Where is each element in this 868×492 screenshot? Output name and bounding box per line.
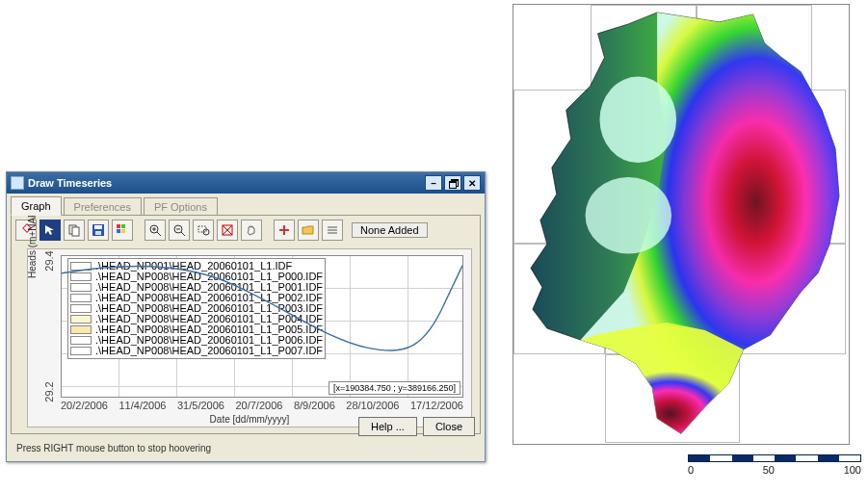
app-icon: [11, 176, 24, 190]
folder-icon: [302, 223, 315, 237]
svg-rect-4: [94, 225, 102, 229]
x-tick: 17/12/2006: [410, 400, 463, 411]
x-tick: 20/2/2006: [61, 400, 108, 411]
x-tick: 28/10/2006: [346, 400, 399, 411]
floppy-icon: [92, 223, 105, 237]
toolbar-status: None Added: [352, 222, 428, 238]
tool-save[interactable]: [88, 220, 109, 241]
map-frame[interactable]: [513, 4, 850, 445]
restore-icon: [449, 179, 458, 187]
close-window-button[interactable]: ✕: [463, 175, 481, 191]
x-tick: 11/4/2006: [118, 400, 166, 411]
restore-button[interactable]: [444, 175, 461, 191]
tool-pan[interactable]: [241, 220, 262, 241]
tool-zoom-box[interactable]: [193, 220, 214, 241]
x-ticks: 20/2/200611/4/200631/5/200620/7/20068/9/…: [61, 400, 463, 411]
close-button[interactable]: Close: [423, 417, 475, 436]
svg-line-11: [157, 232, 161, 236]
tool-copy[interactable]: [64, 220, 85, 241]
palette-icon: [116, 223, 129, 237]
tool-add[interactable]: [274, 220, 295, 241]
y-tick: 29.2: [42, 381, 54, 401]
y-tick: 29.4: [42, 250, 54, 271]
scalebar-tick: 50: [763, 464, 775, 476]
coord-readout: [x=190384.750 ; y=389166.250]: [329, 381, 460, 395]
x-tick: 8/9/2006: [294, 400, 335, 411]
plus-icon: [277, 223, 291, 237]
svg-point-28: [586, 177, 671, 254]
hand-icon: [245, 223, 258, 237]
svg-rect-6: [117, 224, 120, 228]
scalebar-bar: [688, 454, 861, 462]
tool-zoom-out[interactable]: [169, 220, 190, 241]
svg-rect-8: [117, 229, 120, 233]
series-line: [62, 256, 462, 371]
line-path: [62, 266, 462, 350]
y-axis-label: Heads (m+NAP): [27, 208, 38, 278]
help-button[interactable]: Help ...: [358, 417, 417, 436]
svg-rect-7: [121, 224, 125, 228]
plot-canvas[interactable]: .\HEAD_NP001\HEAD_20060101_L1.IDF.\HEAD_…: [61, 255, 463, 398]
tab-graph[interactable]: Graph: [11, 196, 62, 216]
tool-palette[interactable]: [112, 220, 133, 241]
minimize-button[interactable]: –: [425, 175, 442, 191]
window-title: Draw Timeseries: [28, 177, 112, 189]
cursor-icon: [43, 223, 57, 237]
copy-icon: [67, 223, 81, 237]
chart-area: Heads (m+NAP) 29.4 29.2 .\HEAD_NP001\HEA…: [27, 248, 472, 427]
x-tick: 20/7/2006: [235, 400, 282, 411]
svg-point-27: [599, 77, 676, 163]
dialog-buttons: Help ... Close: [358, 417, 475, 436]
y-ticks: 29.4 29.2: [47, 255, 59, 398]
svg-rect-5: [95, 231, 101, 235]
zoom-out-icon: [172, 223, 186, 237]
svg-line-15: [181, 232, 185, 236]
svg-rect-2: [72, 227, 79, 236]
scalebar: 0 50 100: [688, 454, 861, 476]
map-panel: 0 50 100: [499, 0, 865, 481]
tab-preferences[interactable]: Preferences: [64, 197, 142, 216]
tool-extent[interactable]: [217, 220, 238, 241]
tab-body: None Added Heads (m+NAP) 29.4 29.2 .\HEA…: [11, 215, 481, 434]
draw-timeseries-dialog: Draw Timeseries – ✕ Graph Preferences PF…: [6, 171, 486, 462]
scalebar-labels: 0 50 100: [688, 464, 861, 476]
titlebar[interactable]: Draw Timeseries – ✕: [7, 172, 485, 194]
zoom-box-icon: [197, 223, 210, 237]
options-icon: [326, 223, 339, 237]
x-tick: 31/5/2006: [177, 400, 224, 411]
svg-rect-9: [121, 229, 125, 233]
statusbar-hint: Press RIGHT mouse button to stop hooveri…: [16, 443, 211, 453]
map-raster: [513, 5, 849, 443]
zoom-in-icon: [148, 223, 162, 237]
tool-open[interactable]: [298, 220, 319, 241]
tool-options[interactable]: [322, 220, 343, 241]
tab-pf-options[interactable]: PF Options: [144, 197, 218, 216]
toolbar: None Added: [15, 220, 476, 241]
tool-cursor[interactable]: [39, 220, 61, 241]
scalebar-tick: 0: [688, 464, 694, 476]
extent-icon: [221, 223, 234, 237]
tabstrip: Graph Preferences PF Options: [7, 194, 485, 215]
tool-zoom-in[interactable]: [145, 220, 166, 241]
scalebar-tick: 100: [844, 464, 861, 476]
